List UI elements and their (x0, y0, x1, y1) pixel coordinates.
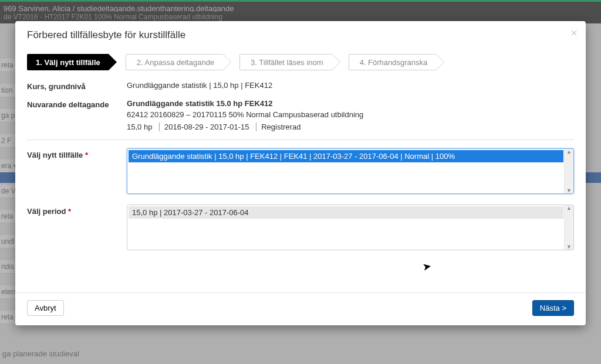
select-period-label: Välj period * (27, 205, 127, 216)
course-row: Kurs, grundnivå Grundläggande statistik … (27, 81, 574, 91)
scrollbar[interactable]: ▲ ▼ (564, 149, 573, 193)
current-participation-row: Nuvarande deltagande Grundläggande stati… (27, 99, 574, 131)
modal-footer: Avbryt Nästa > (15, 292, 586, 319)
next-button[interactable]: Nästa > (532, 300, 574, 316)
select-period-listbox-inner: 15,0 hp | 2017-03-27 - 2017-06-04 (129, 206, 563, 249)
current-course-detail: 62412 20160829 – 20170115 50% Normal Cam… (127, 110, 574, 119)
separator (27, 140, 574, 140)
wizard-step-3[interactable]: 3. Tillfället läses inom (239, 54, 332, 70)
scroll-up-icon[interactable]: ▲ (566, 149, 572, 155)
scroll-down-icon[interactable]: ▼ (566, 188, 572, 193)
wizard-steps: 1. Välj nytt tillfälle 2. Anpassa deltag… (27, 54, 574, 70)
wizard-step-1[interactable]: 1. Välj nytt tillfälle (27, 54, 109, 70)
select-new-label-text: Välj nytt tillfälle (27, 151, 83, 159)
select-new-label: Välj nytt tillfälle * (27, 148, 127, 159)
scrollbar[interactable]: ▲ ▼ (564, 205, 573, 250)
select-new-listbox[interactable]: Grundläggande statistik | 15,0 hp | FEK4… (127, 148, 574, 194)
current-participation-label: Nuvarande deltagande (27, 99, 127, 109)
select-new-listbox-inner: Grundläggande statistik | 15,0 hp | FEK4… (129, 150, 563, 192)
current-participation-value: Grundläggande statistik 15.0 hp FEK412 6… (127, 99, 574, 131)
course-value: Grundläggande statistik | 15,0 hp | FEK4… (127, 81, 574, 90)
current-dates: 2016-08-29 - 2017-01-15 (159, 123, 254, 131)
required-marker: * (85, 151, 88, 159)
course-label: Kurs, grundnivå (27, 81, 127, 91)
current-hp: 15,0 hp (127, 123, 157, 131)
select-period-listbox[interactable]: 15,0 hp | 2017-03-27 - 2017-06-04 ▲ ▼ (127, 205, 574, 250)
select-period-row: Välj period * 15,0 hp | 2017-03-27 - 201… (27, 205, 574, 250)
modal-dialog: Förbered tillfällesbyte för kurstillfäll… (15, 21, 586, 325)
current-course-title: Grundläggande statistik 15.0 hp FEK412 (127, 99, 574, 108)
close-icon[interactable]: × (570, 27, 578, 39)
select-period-label-text: Välj period (27, 207, 66, 216)
select-period-option[interactable]: 15,0 hp | 2017-03-27 - 2017-06-04 (129, 206, 563, 219)
current-course-meta: 15,0 hp 2016-08-29 - 2017-01-15 Registre… (127, 123, 574, 131)
modal-body: 1. Välj nytt tillfälle 2. Anpassa deltag… (15, 46, 586, 263)
current-status: Registrerad (256, 123, 305, 131)
modal-header: Förbered tillfällesbyte för kurstillfäll… (15, 21, 586, 46)
scroll-down-icon[interactable]: ▼ (566, 244, 572, 250)
required-marker: * (68, 207, 71, 216)
scroll-up-icon[interactable]: ▲ (566, 205, 572, 211)
select-new-row: Välj nytt tillfälle * Grundläggande stat… (27, 148, 574, 194)
wizard-step-2[interactable]: 2. Anpassa deltagande (126, 54, 223, 70)
wizard-step-4[interactable]: 4. Förhandsgranska (349, 54, 437, 70)
cancel-button[interactable]: Avbryt (27, 300, 64, 316)
modal-title: Förbered tillfällesbyte för kurstillfäll… (27, 29, 574, 41)
select-new-option-selected[interactable]: Grundläggande statistik | 15,0 hp | FEK4… (129, 150, 563, 162)
